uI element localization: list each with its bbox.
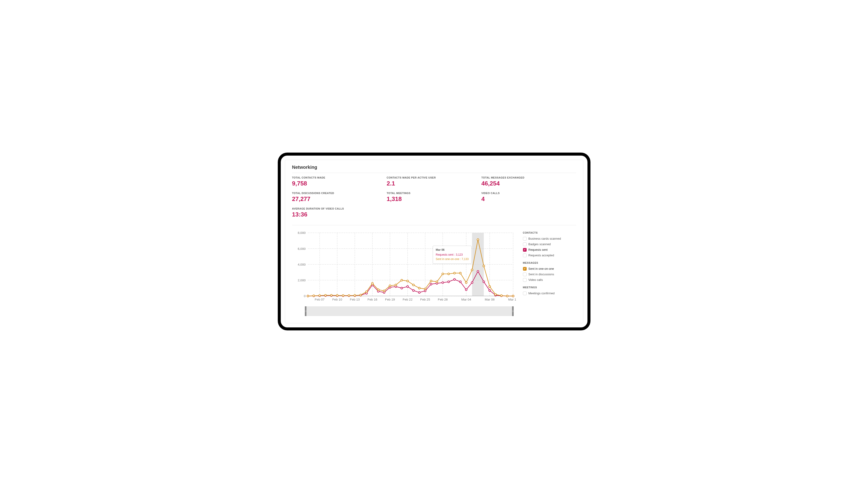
data-point[interactable] — [418, 291, 420, 293]
y-tick-label: 6,000 — [298, 247, 306, 250]
range-scrubber[interactable] — [305, 306, 514, 316]
data-point[interactable] — [471, 269, 473, 271]
metric-label: AVERAGE DURATION OF VIDEO CALLS — [292, 207, 387, 210]
checkbox-icon[interactable] — [523, 254, 527, 257]
data-point[interactable] — [483, 265, 485, 267]
legend-item-label: Requests sent — [528, 248, 548, 252]
legend-item[interactable]: Business cards scanned — [523, 236, 576, 242]
data-point[interactable] — [360, 294, 362, 296]
data-point[interactable] — [412, 289, 414, 291]
data-point[interactable] — [371, 283, 373, 284]
data-point[interactable] — [436, 281, 438, 283]
metric-value: 46,254 — [481, 180, 576, 187]
legend-item[interactable]: Video calls — [523, 277, 576, 283]
data-point[interactable] — [395, 284, 397, 286]
legend-group-title: MEETINGS — [523, 286, 576, 289]
x-tick-label: Mar 04 — [461, 298, 471, 301]
data-point[interactable] — [354, 294, 356, 296]
data-point[interactable] — [401, 279, 402, 281]
x-tick-label: Feb 10 — [332, 298, 342, 301]
legend-item[interactable]: Badges scanned — [523, 242, 576, 247]
data-point[interactable] — [348, 294, 350, 296]
data-point[interactable] — [483, 281, 485, 283]
data-point[interactable] — [418, 287, 420, 289]
metric-value: 4 — [481, 195, 576, 203]
checkbox-icon[interactable] — [523, 237, 527, 240]
legend-item-label: Business cards scanned — [528, 237, 561, 240]
x-tick-label: Mar 12 — [508, 298, 516, 301]
data-point[interactable] — [330, 294, 332, 296]
checkbox-icon[interactable] — [523, 273, 527, 276]
data-point[interactable] — [430, 280, 432, 282]
data-point[interactable] — [494, 293, 496, 295]
data-point[interactable] — [430, 283, 432, 285]
checkbox-icon[interactable]: ✓ — [523, 267, 527, 271]
data-point[interactable] — [412, 284, 414, 286]
data-point[interactable] — [424, 288, 426, 290]
data-point[interactable] — [377, 289, 379, 291]
data-point[interactable] — [407, 285, 408, 287]
legend-item-label: Sent in discussions — [528, 273, 554, 276]
metric: VIDEO CALLS4 — [481, 192, 576, 205]
data-point[interactable] — [424, 290, 426, 292]
metric: TOTAL MESSAGES EXCHANGED46,254 — [481, 176, 576, 190]
data-point[interactable] — [489, 285, 491, 287]
data-point[interactable] — [477, 239, 479, 240]
data-point[interactable] — [365, 291, 367, 292]
metric: TOTAL MEETINGS1,318 — [387, 192, 481, 205]
data-point[interactable] — [313, 295, 314, 296]
legend-item[interactable]: Sent in discussions — [523, 272, 576, 277]
chart-container: 02,0004,0006,0008,000Feb 07Feb 10Feb 13F… — [292, 230, 516, 316]
legend-item-label: Badges scanned — [528, 243, 551, 246]
data-point[interactable] — [477, 271, 479, 272]
data-point[interactable] — [324, 294, 326, 296]
checkbox-icon[interactable] — [523, 278, 527, 282]
data-point[interactable] — [336, 294, 338, 296]
data-point[interactable] — [459, 281, 461, 283]
data-point[interactable] — [319, 294, 320, 296]
legend-item[interactable]: Requests accepted — [523, 253, 576, 258]
metric: CONTACTS MADE PER ACTIVE USER2.1 — [387, 176, 481, 190]
data-point[interactable] — [471, 282, 473, 283]
legend-item[interactable]: ✓Requests sent — [523, 247, 576, 253]
data-point[interactable] — [389, 285, 391, 287]
y-tick-label: 4,000 — [298, 263, 306, 266]
checkbox-icon[interactable] — [523, 243, 527, 246]
chart-row: 02,0004,0006,0008,000Feb 07Feb 10Feb 13F… — [292, 230, 576, 316]
scrubber-handle-left[interactable] — [305, 306, 306, 316]
data-point[interactable] — [512, 295, 514, 297]
data-point[interactable] — [454, 278, 455, 280]
legend-item[interactable]: Meetings confirmed — [523, 291, 576, 296]
data-point[interactable] — [465, 282, 467, 283]
legend-item-label: Video calls — [528, 278, 543, 282]
metrics-grid: TOTAL CONTACTS MADE9,758CONTACTS MADE PE… — [292, 176, 576, 225]
checkbox-icon[interactable]: ✓ — [523, 248, 527, 252]
y-tick-label: 2,000 — [298, 279, 306, 282]
data-point[interactable] — [342, 294, 344, 296]
legend-panel: CONTACTSBusiness cards scannedBadges sca… — [523, 230, 576, 296]
data-point[interactable] — [447, 281, 450, 283]
data-point[interactable] — [447, 273, 450, 275]
legend-item[interactable]: ✓Sent in one-on-one — [523, 266, 576, 272]
x-tick-label: Feb 22 — [403, 298, 412, 301]
x-tick-label: Feb 25 — [420, 298, 430, 301]
data-point[interactable] — [500, 294, 502, 296]
y-tick-label: 0 — [304, 294, 306, 298]
data-point[interactable] — [506, 295, 508, 297]
data-point[interactable] — [407, 280, 408, 282]
data-point[interactable] — [442, 273, 443, 275]
data-point[interactable] — [459, 272, 461, 274]
data-point[interactable] — [307, 295, 309, 297]
data-point[interactable] — [489, 289, 491, 291]
data-point[interactable] — [465, 289, 467, 291]
networking-panel: Networking TOTAL CONTACTS MADE9,758CONTA… — [285, 160, 583, 323]
data-point[interactable] — [383, 290, 385, 292]
data-point[interactable] — [442, 282, 443, 283]
metric: TOTAL CONTACTS MADE9,758 — [292, 176, 387, 190]
data-point[interactable] — [454, 272, 455, 274]
legend-item-label: Sent in one-on-one — [528, 267, 554, 271]
scrubber-handle-right[interactable] — [512, 306, 514, 316]
checkbox-icon[interactable] — [523, 291, 527, 295]
data-point[interactable] — [401, 287, 402, 289]
line-chart[interactable]: 02,0004,0006,0008,000Feb 07Feb 10Feb 13F… — [292, 230, 516, 305]
